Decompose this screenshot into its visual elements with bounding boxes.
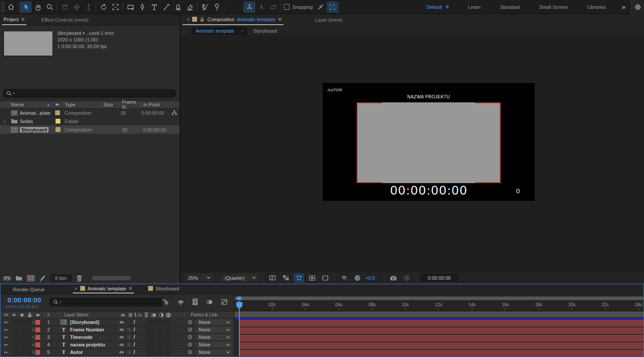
quality-switch[interactable]: / bbox=[134, 342, 135, 348]
expander-icon[interactable]: › bbox=[32, 334, 34, 340]
expander-icon[interactable]: › bbox=[0, 118, 9, 124]
shy-switch-icon[interactable] bbox=[119, 349, 125, 355]
brush-tool-button[interactable] bbox=[160, 1, 172, 13]
header-size[interactable]: Size bbox=[101, 101, 120, 108]
exposure-value[interactable]: +0,0 bbox=[365, 275, 375, 281]
layer-name[interactable]: Frame Number bbox=[70, 327, 104, 332]
tab-composition[interactable]: × Composition Animatic template ≡ bbox=[181, 16, 285, 25]
label-chip[interactable] bbox=[56, 119, 60, 124]
label-chip[interactable] bbox=[35, 320, 40, 325]
layer-row-autor[interactable]: › 5 TAutor / None bbox=[0, 349, 234, 356]
expander-icon[interactable]: › bbox=[32, 327, 34, 333]
motion-blur-icon[interactable] bbox=[151, 312, 157, 318]
pixel-aspect-correction-button[interactable] bbox=[320, 273, 331, 283]
header-in-point[interactable]: In Point bbox=[141, 101, 172, 108]
bit-depth-button[interactable]: 8 bpc bbox=[50, 274, 72, 282]
quality-switch[interactable]: / bbox=[134, 334, 135, 340]
workspace-learn[interactable]: Learn bbox=[458, 0, 490, 14]
pan-camera-tool-button[interactable] bbox=[71, 1, 82, 13]
tab-render-queue[interactable]: Render Queue bbox=[13, 287, 45, 292]
breadcrumb-back-icon[interactable]: ‹ bbox=[241, 28, 243, 34]
hand-tool-button[interactable] bbox=[32, 1, 44, 13]
shy-switch-icon[interactable] bbox=[119, 342, 125, 347]
layer-row-timecode[interactable]: › 3 TTimecode / None bbox=[0, 334, 234, 341]
video-eye-icon[interactable] bbox=[4, 320, 8, 324]
video-eye-icon[interactable] bbox=[4, 313, 9, 317]
adjustment-layer-icon[interactable] bbox=[159, 312, 164, 318]
header-name[interactable]: Name ▲ bbox=[9, 101, 53, 108]
header-label[interactable] bbox=[53, 101, 63, 108]
mask-visibility-button[interactable] bbox=[294, 273, 304, 283]
transparency-grid-button[interactable] bbox=[280, 273, 291, 283]
layer-name[interactable]: nazwa projektu bbox=[70, 342, 105, 347]
shy-icon[interactable] bbox=[120, 312, 126, 318]
show-snapshot-button[interactable] bbox=[402, 273, 412, 283]
audio-icon[interactable] bbox=[12, 312, 17, 317]
layer-name[interactable]: Timecode bbox=[70, 334, 93, 340]
type-tool-button[interactable] bbox=[148, 1, 160, 13]
label-chip[interactable] bbox=[35, 335, 40, 340]
shy-switch-icon[interactable] bbox=[119, 327, 125, 332]
fast-preview-button[interactable] bbox=[267, 273, 278, 283]
quality-switch[interactable]: / bbox=[134, 319, 135, 325]
layer-row-frame-number[interactable]: › 2 TFrame Number / None bbox=[0, 326, 234, 334]
work-area-bar[interactable] bbox=[235, 312, 644, 317]
tab-timeline-comp[interactable]: × Animatic template ≡ bbox=[71, 285, 135, 293]
effects-fx-icon[interactable]: fx bbox=[138, 312, 142, 318]
header-type[interactable]: Type bbox=[63, 101, 101, 108]
zoom-tool-button[interactable] bbox=[44, 1, 56, 13]
rectangle-tool-button[interactable] bbox=[124, 1, 136, 13]
breadcrumb-current[interactable]: Animatic template ‹ bbox=[191, 27, 247, 35]
puppet-pin-tool-button[interactable] bbox=[211, 1, 223, 13]
time-ruler[interactable]: 0s 02s 04s 06s 08s 10s 12s 14s 16s 18s 2… bbox=[239, 301, 644, 311]
clone-stamp-tool-button[interactable] bbox=[172, 1, 184, 13]
layer-bar-autor[interactable] bbox=[240, 350, 644, 356]
shy-layers-icon[interactable] bbox=[177, 299, 185, 305]
navigator-start-handle[interactable] bbox=[237, 297, 241, 300]
shy-switch-icon[interactable] bbox=[119, 319, 125, 325]
timecode-text-layer[interactable]: 00:00:00:00 bbox=[323, 184, 535, 197]
collapse-transformations-icon[interactable] bbox=[128, 312, 133, 318]
label-chip[interactable] bbox=[35, 350, 40, 355]
pickwhip-icon[interactable] bbox=[187, 349, 193, 355]
solo-icon[interactable] bbox=[20, 313, 24, 317]
magnification-select[interactable]: 25% bbox=[185, 274, 213, 282]
resolution-select[interactable]: (Quarter) bbox=[222, 274, 259, 282]
frame-blend-icon[interactable] bbox=[144, 312, 149, 318]
layer-row-nazwa-projektu[interactable]: › 4 Tnazwa projektu / None bbox=[0, 341, 234, 349]
pickwhip-icon[interactable] bbox=[187, 327, 193, 332]
video-eye-icon[interactable] bbox=[4, 343, 8, 347]
layer-bar-timecode[interactable] bbox=[240, 335, 644, 342]
video-eye-icon[interactable] bbox=[4, 335, 8, 339]
3d-layer-icon[interactable] bbox=[166, 312, 171, 318]
pickwhip-icon[interactable] bbox=[187, 334, 193, 340]
rasterize-switch-icon[interactable] bbox=[127, 334, 132, 340]
project-row-solids[interactable]: › Solids Folder bbox=[0, 117, 179, 125]
new-folder-icon[interactable] bbox=[15, 275, 22, 281]
exposure-reset-button[interactable] bbox=[352, 273, 363, 283]
item-title-dropdown-icon[interactable]: ▾ bbox=[82, 30, 85, 36]
project-name-text-layer[interactable]: NAZWA PROJEKTU bbox=[323, 94, 535, 99]
layer-name[interactable]: [Storyboard] bbox=[70, 319, 99, 325]
marquee-mode-button[interactable] bbox=[327, 1, 339, 13]
rasterize-switch-icon[interactable] bbox=[127, 349, 132, 355]
storyboard-placeholder-layer[interactable] bbox=[357, 102, 501, 183]
roto-brush-tool-button[interactable] bbox=[199, 1, 211, 13]
horizontal-scrollbar[interactable] bbox=[92, 276, 131, 280]
tab-layer[interactable]: Layer (none) bbox=[312, 17, 346, 25]
author-text-layer[interactable]: AUTOR bbox=[328, 88, 342, 92]
eraser-tool-button[interactable] bbox=[184, 1, 196, 13]
pickwhip-icon[interactable] bbox=[187, 319, 193, 325]
label-chip[interactable] bbox=[35, 327, 40, 332]
graph-editor-icon[interactable] bbox=[221, 298, 228, 305]
channel-select-button[interactable] bbox=[339, 273, 350, 283]
parent-select[interactable]: None bbox=[196, 349, 232, 355]
world-axis-mode-button[interactable] bbox=[255, 1, 267, 13]
video-eye-icon[interactable] bbox=[4, 350, 8, 354]
preview-time-field[interactable]: 0:00:00:00 bbox=[421, 274, 458, 282]
pen-tool-button[interactable] bbox=[136, 1, 148, 13]
solo-cell[interactable] bbox=[19, 319, 25, 325]
layer-name[interactable]: Autor bbox=[70, 349, 83, 355]
timeline-track-area[interactable]: 0s 02s 04s 06s 08s 10s 12s 14s 16s 18s 2… bbox=[235, 295, 644, 356]
parent-link-column-label[interactable]: Parent & Link bbox=[185, 312, 234, 317]
